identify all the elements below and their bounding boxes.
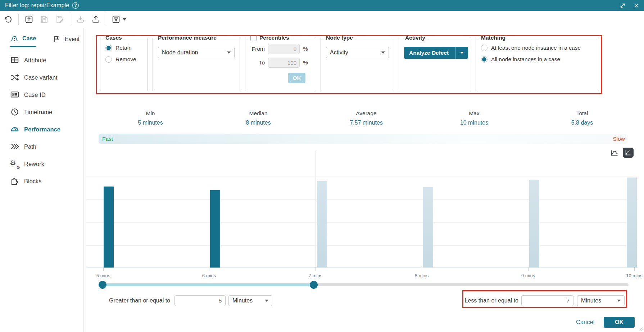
lower-bound-input[interactable] [174, 295, 226, 306]
all-instances-radio [481, 56, 487, 63]
sidebar-item-blocks[interactable]: Blocks [0, 172, 83, 190]
export-icon [91, 15, 100, 24]
dropdown-caret-icon [123, 18, 126, 21]
resize-grip[interactable] [638, 326, 643, 331]
lower-bound-unit-select[interactable]: Minutes [228, 295, 272, 306]
save-as-icon [55, 15, 64, 24]
performance-measure-select[interactable]: Node duration [158, 47, 235, 58]
x-axis-tick [209, 268, 209, 271]
range-slider-fill [99, 283, 314, 286]
download-button [75, 14, 86, 25]
gauge-icon [10, 125, 19, 134]
x-axis-label: 9 mins [521, 273, 535, 278]
maximize-button[interactable] [620, 3, 626, 9]
sidebar-item-timeframe[interactable]: Timeframe [0, 103, 83, 121]
tab-case-label: Case [22, 35, 36, 42]
sidebar-item-attribute[interactable]: Attribute [0, 51, 83, 69]
sidebar-item-rework[interactable]: ⚙⚙ Rework [0, 155, 83, 172]
gears-icon: ⚙⚙ [10, 159, 19, 169]
all-instances-option[interactable]: All node instances in a case [481, 56, 598, 63]
stat-max: Max 10 minutes [420, 110, 528, 126]
export-button[interactable] [90, 14, 101, 25]
flag-icon [53, 35, 61, 44]
x-axis-tick [634, 268, 635, 271]
tab-case[interactable]: Case [10, 34, 36, 47]
at-least-one-option[interactable]: At least one node instance in a case [481, 45, 598, 51]
x-axis-line [87, 267, 638, 268]
gridline [87, 222, 638, 223]
undo-icon [4, 15, 13, 24]
retain-radio [105, 45, 112, 51]
activity-dropdown-toggle[interactable] [455, 47, 468, 59]
toolbar-separator [18, 14, 19, 25]
toolbar-separator [70, 14, 70, 25]
retain-option[interactable]: Retain [105, 45, 147, 51]
duration-stats: Min 5 minutes Median 8 minutes Average 7… [96, 110, 636, 126]
matching-fieldset: Matching At least one node instance in a… [476, 38, 598, 91]
node-type-select[interactable]: Activity [326, 47, 389, 58]
histogram-bar-5-mins [104, 187, 114, 268]
upper-bound-unit-select[interactable]: Minutes [577, 295, 625, 306]
histogram-bar-8-mins [423, 187, 433, 268]
close-button[interactable] [634, 3, 639, 8]
stat-min: Min 5 minutes [96, 110, 204, 126]
sidebar-item-case-variant[interactable]: Case variant [0, 69, 83, 86]
sidebar: Case Event Attribute Case variant [0, 28, 84, 332]
percent-sign: % [303, 46, 308, 52]
sidebar-item-case-id[interactable]: Case ID [0, 86, 83, 103]
percentile-from-input[interactable] [268, 44, 300, 54]
expand-icon [620, 3, 626, 9]
puzzle-icon [10, 176, 19, 186]
filter-log-dialog: Filter log: repairExample ? [0, 0, 644, 332]
activity-legend: Activity [403, 35, 427, 41]
x-axis-tick [316, 268, 316, 271]
percentiles-ok-button[interactable]: OK [288, 73, 305, 83]
performance-measure-fieldset: Performance measure Node duration [153, 38, 240, 91]
slider-handle-upper[interactable] [310, 281, 318, 289]
activity-select-button[interactable]: Analyze Defect [404, 47, 468, 59]
chevron-down-icon [381, 51, 385, 54]
duration-histogram: 5 mins6 mins7 mins8 mins9 mins10 mins [84, 151, 644, 268]
stat-total: Total 5.8 days [528, 110, 636, 126]
open-log-icon [24, 15, 33, 24]
title-bar: Filter log: repairExample ? [0, 0, 644, 11]
to-label: To [250, 59, 265, 66]
sidebar-item-performance[interactable]: Performance [0, 121, 83, 138]
percentile-to-input[interactable] [268, 58, 300, 68]
upper-bound-input[interactable] [521, 295, 573, 306]
chevron-down-icon [460, 52, 464, 54]
chevrons-icon [10, 142, 19, 151]
remove-option[interactable]: Remove [105, 56, 147, 63]
ok-button[interactable]: OK [604, 317, 635, 328]
x-axis-tick [422, 268, 422, 271]
sidebar-item-path[interactable]: Path [0, 138, 83, 155]
slider-handle-lower[interactable] [99, 281, 106, 289]
help-icon[interactable]: ? [72, 2, 79, 9]
save-button [39, 14, 50, 25]
tab-event-label: Event [65, 36, 80, 42]
filter-menu-button[interactable] [111, 14, 127, 25]
gridline [87, 245, 638, 246]
percentiles-checkbox[interactable] [250, 35, 257, 41]
save-as-button [54, 14, 65, 25]
percent-sign: % [303, 59, 308, 66]
node-type-legend: Node type [324, 35, 355, 41]
matching-legend: Matching [479, 35, 508, 41]
toolbar [0, 11, 644, 28]
histogram-bar-6-mins [210, 190, 220, 268]
save-icon [40, 15, 49, 24]
download-icon [76, 15, 85, 24]
undo-button[interactable] [3, 14, 14, 25]
cancel-button[interactable]: Cancel [576, 319, 594, 326]
tab-event[interactable]: Event [53, 34, 80, 47]
performance-filter-panel: Cases Retain Remove Performance measure [84, 28, 644, 332]
x-axis-label: 10 mins [626, 273, 643, 278]
chevron-down-icon [265, 300, 268, 302]
x-axis-label: 8 mins [415, 273, 428, 278]
percentiles-legend: Percentiles [259, 35, 289, 41]
open-log-button[interactable] [23, 14, 34, 25]
x-axis-tick [528, 268, 529, 271]
x-axis-label: 5 mins [96, 273, 110, 278]
close-icon [634, 3, 639, 8]
from-label: From [250, 46, 265, 52]
